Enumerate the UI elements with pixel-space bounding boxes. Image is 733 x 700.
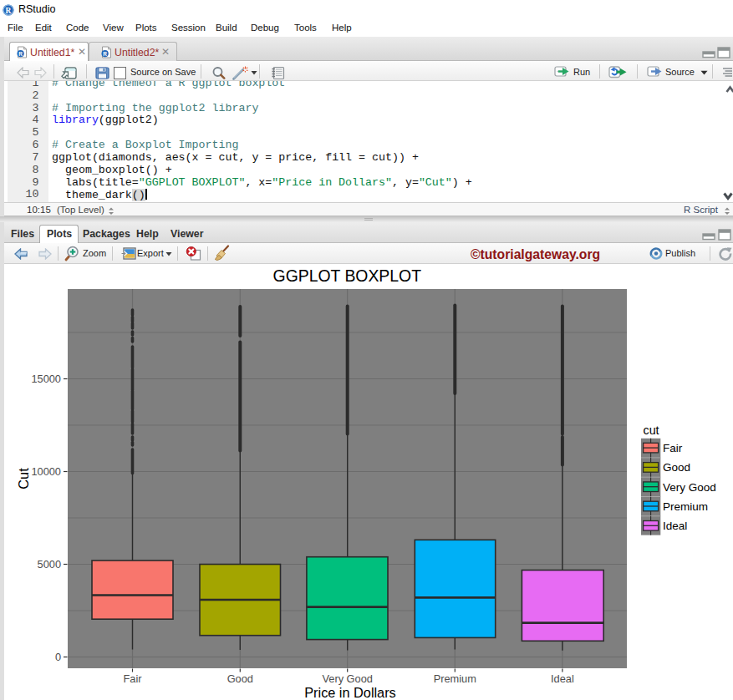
svg-text:Very Good: Very Good [663,481,716,494]
svg-text:Premium: Premium [434,672,476,685]
svg-text:0: 0 [55,651,61,663]
svg-text:Very Good: Very Good [322,672,372,685]
svg-text:10000: 10000 [31,465,61,478]
svg-text:GGPLOT BOXPLOT: GGPLOT BOXPLOT [273,266,422,285]
svg-text:Fair: Fair [123,672,142,685]
svg-text:Premium: Premium [663,500,708,513]
svg-text:Fair: Fair [663,442,683,454]
svg-text:Good: Good [227,672,253,685]
svg-text:Ideal: Ideal [663,520,687,532]
svg-text:5000: 5000 [38,558,61,571]
svg-text:15000: 15000 [31,373,61,385]
svg-text:Ideal: Ideal [551,672,574,685]
svg-text:Cut: Cut [16,468,31,489]
svg-text:Good: Good [663,461,690,474]
svg-text:cut: cut [644,424,659,437]
svg-text:Price in Dollars: Price in Dollars [304,685,395,700]
